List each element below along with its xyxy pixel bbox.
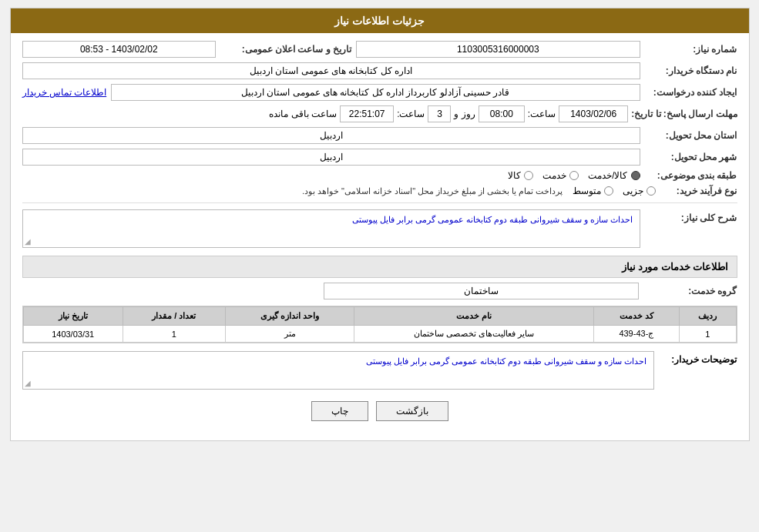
radio-jozi <box>646 186 656 196</box>
purchase-motavaset[interactable]: متوسط <box>573 186 613 196</box>
services-section-header: اطلاعات خدمات مورد نیاز <box>22 256 737 278</box>
row-buyer-desc: توضیحات خریدار: احداث سازه و سقف شیروانی… <box>22 351 737 390</box>
services-section-title: اطلاعات خدمات مورد نیاز <box>622 261 729 273</box>
row-province: استان محل تحویل: اردبیل <box>22 127 737 144</box>
creator-value: قادر حسینی آزادلو کاربرداز اداره کل کتاب… <box>111 84 640 101</box>
cell-count: 1 <box>123 326 225 343</box>
category-option-2-label: خدمت <box>542 170 566 181</box>
radio-kala <box>524 171 533 180</box>
creator-label: ایجاد کننده درخواست: <box>645 87 737 98</box>
need-desc-value: احداث سازه و سقف شیروانی طبقه دوم کتابخا… <box>22 209 640 248</box>
city-label: شهر محل تحویل: <box>645 152 737 162</box>
row-service-group: گروه خدمت: ساختمان <box>22 283 737 299</box>
row-city: شهر محل تحویل: اردبیل <box>22 149 737 166</box>
category-option-3-label: کالا/خدمت <box>588 170 627 181</box>
radio-khadamat <box>569 171 579 180</box>
purchase-motavaset-label: متوسط <box>573 186 601 196</box>
table-row: 1 ج-43-439 سایر فعالیت‌های تخصصی ساختمان… <box>23 326 736 343</box>
buyer-desc-text: احداث سازه و سقف شیروانی طبقه دوم کتابخا… <box>366 356 647 366</box>
page-container: جزئیات اطلاعات نیاز شماره نیاز: 11030053… <box>10 8 750 441</box>
category-option-2[interactable]: خدمت <box>542 170 579 181</box>
col-row: ردیف <box>679 307 736 326</box>
request-number-value: 1103005316000003 <box>356 41 640 58</box>
deadline-remaining: 22:51:07 <box>340 105 394 122</box>
city-value: اردبیل <box>22 149 640 166</box>
print-button[interactable]: چاپ <box>311 401 368 421</box>
province-value: اردبیل <box>22 127 640 144</box>
need-desc-label: شرح کلی نیاز: <box>645 209 737 223</box>
col-count: تعداد / مقدار <box>123 307 225 326</box>
category-radio-group: کالا/خدمت خدمت کالا <box>508 170 640 181</box>
category-label: طبقه بندی موضوعی: <box>645 170 737 181</box>
row-purchase-type: نوع فرآیند خرید: جزیی متوسط پرداخت تمام … <box>22 186 737 196</box>
cell-name: سایر فعالیت‌های تخصصی ساختمان <box>354 326 594 343</box>
row-category: طبقه بندی موضوعی: کالا/خدمت خدمت کالا <box>22 170 737 181</box>
announce-label: تاریخ و ساعت اعلان عمومی: <box>220 44 351 55</box>
deadline-remaining-label: ساعت باقی مانده <box>269 109 337 119</box>
header-title: جزئیات اطلاعات نیاز <box>334 15 425 27</box>
buyer-desc-label: توضیحات خریدار: <box>660 351 737 365</box>
deadline-label: مهلت ارسال پاسخ: تا تاریخ: <box>631 109 737 119</box>
col-unit: واحد اندازه گیری <box>225 307 354 326</box>
radio-motavaset <box>604 186 613 196</box>
announce-value: 1403/02/02 - 08:53 <box>22 41 217 58</box>
purchase-jozi-label: جزیی <box>623 186 643 196</box>
category-option-3[interactable]: کالا/خدمت <box>588 170 640 181</box>
resize-handle-1[interactable]: ◢ <box>25 237 31 246</box>
cell-date: 1403/03/31 <box>23 326 123 343</box>
footer-buttons: بازگشت چاپ <box>22 401 737 421</box>
deadline-remaining-label2: ساعت: <box>397 109 425 119</box>
divider-1 <box>22 202 737 203</box>
purchase-jozi[interactable]: جزیی <box>623 186 656 196</box>
category-option-1[interactable]: کالا <box>508 170 533 181</box>
service-group-label: گروه خدمت: <box>645 286 737 296</box>
row-request-number: شماره نیاز: 1103005316000003 تاریخ و ساع… <box>22 41 737 58</box>
buyer-desc-value: احداث سازه و سقف شیروانی طبقه دوم کتابخا… <box>22 351 654 390</box>
deadline-time: 08:00 <box>479 105 525 122</box>
deadline-date: 1403/02/06 <box>559 105 628 122</box>
row-creator: ایجاد کننده درخواست: قادر حسینی آزادلو ک… <box>22 84 737 101</box>
org-name-value: اداره کل کتابخانه های عمومی استان اردبیل <box>22 62 640 79</box>
row-need-desc: شرح کلی نیاز: احداث سازه و سقف شیروانی ط… <box>22 209 737 248</box>
col-code: کد خدمت <box>593 307 679 326</box>
content-area: شماره نیاز: 1103005316000003 تاریخ و ساع… <box>11 33 749 440</box>
purchase-type-group: جزیی متوسط پرداخت تمام یا بخشی از مبلغ خ… <box>22 186 656 196</box>
col-date: تاریخ نیاز <box>23 307 123 326</box>
services-table: ردیف کد خدمت نام خدمت واحد اندازه گیری ت… <box>23 306 737 343</box>
org-name-label: نام دستگاه خریدار: <box>645 65 737 76</box>
row-deadline: مهلت ارسال پاسخ: تا تاریخ: 1403/02/06 سا… <box>22 105 737 122</box>
deadline-time-label: ساعت: <box>528 109 556 119</box>
radio-kala-khadamat <box>631 171 640 180</box>
need-desc-text: احداث سازه و سقف شیروانی طبقه دوم کتابخا… <box>352 215 633 224</box>
deadline-days-label: روز و <box>454 109 475 119</box>
purchase-note: پرداخت تمام یا بخشی از مبلغ خریداز محل "… <box>302 186 563 196</box>
cell-unit: متر <box>225 326 354 343</box>
resize-handle-2[interactable]: ◢ <box>25 379 31 387</box>
cell-row: 1 <box>679 326 736 343</box>
category-option-1-label: کالا <box>508 170 521 181</box>
service-group-value: ساختمان <box>324 283 639 299</box>
back-button[interactable]: بازگشت <box>376 401 448 421</box>
col-name: نام خدمت <box>354 307 594 326</box>
services-table-container: ردیف کد خدمت نام خدمت واحد اندازه گیری ت… <box>22 306 737 343</box>
cell-code: ج-43-439 <box>593 326 679 343</box>
row-org-name: نام دستگاه خریدار: اداره کل کتابخانه های… <box>22 62 737 79</box>
province-label: استان محل تحویل: <box>645 130 737 141</box>
page-header: جزئیات اطلاعات نیاز <box>11 8 749 33</box>
request-number-label: شماره نیاز: <box>645 44 737 55</box>
deadline-days: 3 <box>428 105 451 122</box>
purchase-type-label: نوع فرآیند خرید: <box>660 186 737 196</box>
creator-link[interactable]: اطلاعات تماس خریدار <box>22 87 107 98</box>
